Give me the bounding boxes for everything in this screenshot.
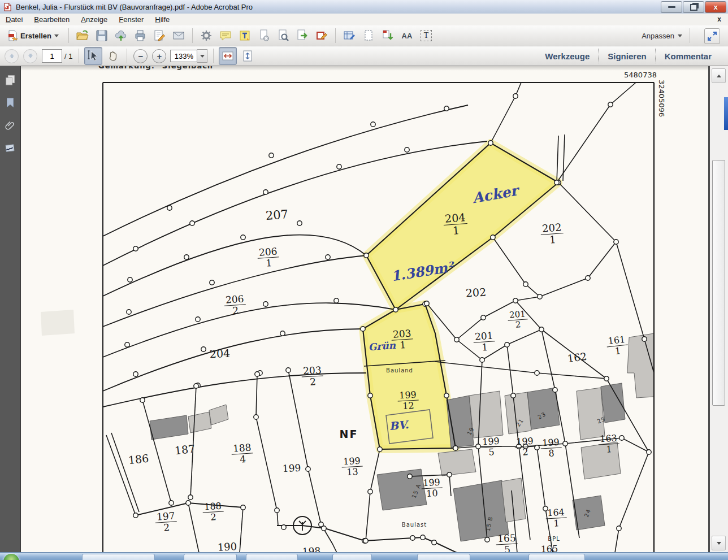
taskbar-button[interactable] <box>417 554 470 560</box>
fit-width-button[interactable] <box>219 47 237 65</box>
title-bar: Benkel, Julia - Flurstück mit BV (Bauvor… <box>0 0 728 14</box>
close-document-icon[interactable]: x <box>717 15 721 23</box>
blank-page-button[interactable] <box>360 27 377 44</box>
scroll-up-button[interactable] <box>712 68 726 83</box>
upload-cloud-button[interactable] <box>112 27 129 44</box>
zoom-dropdown-button[interactable] <box>197 49 207 63</box>
highlight-text-icon <box>238 29 252 42</box>
werkzeuge-button[interactable]: Werkzeuge <box>536 51 598 61</box>
form-edit-button[interactable] <box>341 27 358 44</box>
menu-datei[interactable]: Datei <box>0 14 28 25</box>
replace-page-icon <box>381 29 395 42</box>
paperclip-icon <box>4 119 16 132</box>
map-label: 19 <box>466 426 475 436</box>
zoom-in-button[interactable]: + <box>152 49 166 63</box>
restore-button[interactable] <box>683 1 704 13</box>
map-label: 190 <box>217 541 237 553</box>
zoom-out-button[interactable]: − <box>133 49 148 63</box>
taskbar-button[interactable] <box>246 554 298 560</box>
sign-document-icon <box>153 29 166 42</box>
page-thumbnails-button[interactable] <box>0 69 20 92</box>
form-edit-icon <box>343 29 356 42</box>
map-label: 187 <box>174 444 196 457</box>
blank-page-icon <box>362 29 375 42</box>
menu-hilfe[interactable]: Hilfe <box>149 14 175 25</box>
fit-width-icon <box>221 49 235 63</box>
save-button[interactable] <box>93 27 110 44</box>
zoom-value[interactable]: 133% <box>170 50 197 62</box>
select-cursor-icon <box>86 49 100 63</box>
navigation-sidebar <box>0 66 21 553</box>
save-icon <box>95 29 109 42</box>
signatures-icon <box>4 142 16 154</box>
map-label: 2012 <box>508 310 528 329</box>
map-label: 25 <box>596 416 606 424</box>
add-textbox-button[interactable]: T <box>418 27 435 44</box>
edit-object-button[interactable] <box>313 27 330 44</box>
replace-page-button[interactable] <box>379 27 396 44</box>
expand-panel-button[interactable] <box>704 28 720 44</box>
sign-document-button[interactable] <box>151 27 168 44</box>
page-thumbnails-icon <box>4 74 16 86</box>
fit-page-button[interactable] <box>239 47 256 64</box>
bookmarks-button[interactable] <box>0 92 20 114</box>
taskbar-button[interactable] <box>528 554 585 560</box>
cloud-upload-icon <box>114 29 128 42</box>
email-button[interactable] <box>170 27 187 44</box>
menu-fenster[interactable]: Fenster <box>113 14 149 25</box>
comment-button[interactable] <box>217 27 234 44</box>
document-pane[interactable]: 2072061206220420322041202120220312011201… <box>0 0 728 553</box>
map-label: 186 <box>128 453 149 466</box>
scroll-down-button[interactable] <box>712 536 726 550</box>
start-button[interactable] <box>3 554 19 560</box>
map-label: 1884 <box>231 442 254 465</box>
export-page-icon <box>296 29 309 42</box>
taskbar-button[interactable] <box>332 554 372 560</box>
taskbar-button[interactable] <box>82 554 155 560</box>
erstellen-button[interactable]: Erstellen <box>3 25 63 46</box>
signieren-button[interactable]: Signieren <box>599 51 655 61</box>
map-label: 2021 <box>540 222 565 246</box>
panel-buttons: Werkzeuge Signieren Kommentar <box>536 46 720 66</box>
scrollbar-thumb[interactable] <box>712 160 725 406</box>
hand-tool-button[interactable] <box>105 47 122 64</box>
previous-page-button[interactable] <box>5 49 19 63</box>
menu-anzeige[interactable]: Anzeige <box>75 14 113 25</box>
print-icon <box>133 29 147 42</box>
next-page-button[interactable] <box>23 49 37 63</box>
font-size-button[interactable]: AA <box>398 27 415 44</box>
signatures-button[interactable] <box>0 137 20 159</box>
highlight-text-button[interactable] <box>236 27 253 44</box>
map-label: 207 <box>265 209 288 222</box>
kommentar-button[interactable]: Kommentar <box>656 51 720 61</box>
map-label: 2011 <box>473 331 496 353</box>
open-file-button[interactable] <box>74 27 91 44</box>
select-tool-button[interactable] <box>84 47 102 65</box>
delete-page-button[interactable] <box>255 27 272 44</box>
attachments-button[interactable] <box>0 114 20 137</box>
delete-page-icon <box>257 29 271 42</box>
print-button[interactable] <box>132 27 149 44</box>
map-label: 1995 <box>480 437 502 458</box>
menu-bearbeiten[interactable]: Bearbeiten <box>28 14 75 25</box>
map-label: Acker <box>471 184 519 206</box>
acrobat-window: 2072061206220420322041202120220312011201… <box>0 0 728 560</box>
map-label: NF <box>340 429 358 440</box>
close-button[interactable]: x <box>705 1 726 13</box>
comment-bubble-icon <box>219 29 232 42</box>
minimize-button[interactable] <box>661 1 682 13</box>
settings-button[interactable] <box>198 27 215 44</box>
search-page-icon <box>276 29 290 42</box>
map-label: 15 B <box>485 516 493 532</box>
map-label: 15 A <box>411 483 422 500</box>
search-page-button[interactable] <box>275 27 292 44</box>
page-number-input[interactable] <box>42 49 62 63</box>
map-label: 202 <box>465 287 486 299</box>
map-label: 19913 <box>341 457 363 477</box>
taskbar-button[interactable] <box>184 554 237 560</box>
chevron-down-icon <box>54 34 59 37</box>
export-page-button[interactable] <box>294 27 311 44</box>
map-label: 19912 <box>397 390 419 411</box>
chevron-down-icon <box>678 34 682 37</box>
anpassen-dropdown[interactable]: Anpassen <box>642 25 694 46</box>
